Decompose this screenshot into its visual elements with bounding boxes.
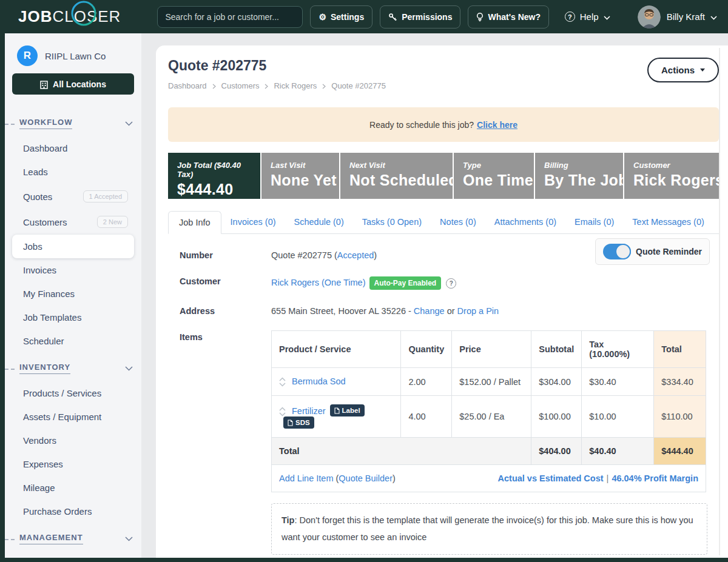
app-logo: JOBCLOSER xyxy=(18,7,121,26)
customer-row: Customer Rick Rogers (One Time)Auto-Pay … xyxy=(168,275,719,290)
address-text: 655 Main Street, Hoover AL 35226 - xyxy=(271,306,414,316)
item-price: $25.00 / Ea xyxy=(452,396,531,438)
stat-value: One Time xyxy=(463,172,525,189)
separator: | xyxy=(604,473,612,483)
app-layout: R RIIPL Lawn Co All Locations WORKFLOW D… xyxy=(5,33,728,558)
customer-link[interactable]: Rick Rogers (One Time) xyxy=(271,278,366,287)
all-locations-button[interactable]: All Locations xyxy=(12,73,134,95)
sidebar-item-job-templates[interactable]: Job Templates xyxy=(12,306,134,329)
total-row: Total $404.00 $40.40 $444.40 xyxy=(272,438,706,465)
whats-new-button[interactable]: What's New? xyxy=(468,5,549,28)
search-input[interactable] xyxy=(157,6,303,28)
add-line-item-link[interactable]: Add Line Item xyxy=(279,473,333,483)
actions-button[interactable]: Actions xyxy=(647,58,719,82)
banner-click-here-link[interactable]: Click here xyxy=(477,120,517,130)
item-tax: $30.40 xyxy=(582,368,654,396)
sidebar-item-products-services[interactable]: Products / Services xyxy=(12,381,134,405)
sidebar-item-leads[interactable]: Leads xyxy=(12,160,134,184)
tab-schedule[interactable]: Schedule (0) xyxy=(285,211,353,233)
sidebar-item-assets-equipment[interactable]: Assets / Equipment xyxy=(12,405,134,429)
stat-job-total: Job Total ($40.40 Tax) $444.40 xyxy=(168,153,260,199)
breadcrumb-rick-rogers[interactable]: Rick Rogers xyxy=(274,81,317,90)
tab-job-info[interactable]: Job Info xyxy=(168,211,221,234)
sidebar-item-scheduler[interactable]: Scheduler xyxy=(12,329,134,353)
cost-links-group: Actual vs Estimated Cost|46.04% Profit M… xyxy=(498,473,698,483)
breadcrumb: Dashboard Customers Rick Rogers Quote #2… xyxy=(168,81,386,90)
autopay-badge: Auto-Pay Enabled xyxy=(369,276,442,290)
tab-bar: Job Info Invoices (0) Schedule (0) Tasks… xyxy=(168,211,719,234)
item-fertilizer-link[interactable]: Fertilizer xyxy=(292,406,326,416)
address-row: Address 655 Main Street, Hoover AL 35226… xyxy=(168,304,719,316)
quotes-count-badge: 1 Accepted xyxy=(83,190,128,202)
sidebar-item-purchase-orders[interactable]: Purchase Orders xyxy=(12,500,134,523)
section-inventory[interactable]: INVENTORY xyxy=(5,363,133,374)
label-badge[interactable]: Label xyxy=(330,404,365,416)
sidebar-item-invoices[interactable]: Invoices xyxy=(12,258,134,282)
item-bermuda-sod-link[interactable]: Bermuda Sod xyxy=(292,376,346,386)
user-name: Billy Kraft xyxy=(667,12,705,22)
reorder-handle[interactable] xyxy=(279,377,286,387)
profit-margin-link[interactable]: 46.04% Profit Margin xyxy=(612,473,698,483)
sidebar-item-customers[interactable]: Customers2 New xyxy=(12,209,134,235)
col-quantity: Quantity xyxy=(401,331,452,368)
breadcrumb-dashboard[interactable]: Dashboard xyxy=(168,81,207,90)
scrollbar[interactable] xyxy=(719,48,720,555)
tab-invoices[interactable]: Invoices (0) xyxy=(221,211,285,233)
tab-tasks[interactable]: Tasks (0 Open) xyxy=(353,211,431,233)
stat-customer: Customer Rick Rogers xyxy=(624,153,719,199)
chevron-right-icon xyxy=(212,81,216,90)
paren: ( xyxy=(333,473,339,483)
help-icon: ? xyxy=(565,12,575,22)
section-workflow[interactable]: WORKFLOW xyxy=(5,118,133,129)
stat-label: Last Visit xyxy=(271,161,330,170)
chevron-right-icon xyxy=(322,81,326,90)
change-address-link[interactable]: Change xyxy=(414,306,445,316)
tab-attachments[interactable]: Attachments (0) xyxy=(485,211,565,233)
chevron-down-icon xyxy=(710,12,717,22)
help-menu[interactable]: ? Help xyxy=(565,12,610,22)
section-management[interactable]: MANAGEMENT xyxy=(5,533,133,544)
quote-reminder-toggle-card[interactable]: Quote Reminder xyxy=(595,238,710,265)
col-tax: Tax (10.000%) xyxy=(582,331,654,368)
items-table-header: Product / Service Quantity Price Subtota… xyxy=(272,331,706,368)
sidebar-item-mileage[interactable]: Mileage xyxy=(12,476,134,500)
drop-a-pin-link[interactable]: Drop a Pin xyxy=(457,306,499,316)
section-dashes xyxy=(5,539,15,540)
customers-count-badge: 2 New xyxy=(97,216,128,228)
app-logo-text: JOBCLOSER xyxy=(18,7,121,26)
sidebar-item-my-finances[interactable]: My Finances xyxy=(12,282,134,306)
avatar[interactable] xyxy=(638,5,661,28)
user-menu[interactable]: Billy Kraft xyxy=(667,12,717,22)
sidebar-item-jobs[interactable]: Jobs xyxy=(12,235,134,258)
breadcrumb-customers[interactable]: Customers xyxy=(221,81,260,90)
stat-label: Customer xyxy=(633,161,710,170)
section-label: MANAGEMENT xyxy=(19,533,83,544)
sidebar-item-expenses[interactable]: Expenses xyxy=(12,452,134,476)
sidebar-item-dashboard[interactable]: Dashboard xyxy=(12,136,134,160)
number-label: Number xyxy=(180,249,271,260)
sds-badge[interactable]: SDS xyxy=(283,416,314,429)
permissions-button[interactable]: Permissions xyxy=(380,5,460,28)
settings-button[interactable]: ⚙ Settings xyxy=(310,5,372,28)
tab-text-messages[interactable]: Text Messages (0) xyxy=(623,211,713,233)
quote-reminder-toggle[interactable] xyxy=(603,244,631,259)
reorder-handle[interactable] xyxy=(279,407,286,416)
question-circle-icon[interactable]: ? xyxy=(446,278,456,289)
tab-emails[interactable]: Emails (0) xyxy=(565,211,623,233)
page-title: Quote #202775 xyxy=(168,58,386,74)
stat-type: Type One Time xyxy=(454,153,534,199)
sidebar-item-quotes[interactable]: Quotes1 Accepted xyxy=(12,184,134,209)
item-quantity: 4.00 xyxy=(401,396,452,438)
accepted-link[interactable]: Accepted xyxy=(337,250,374,260)
chevron-right-icon xyxy=(265,81,268,90)
sidebar-item-vendors[interactable]: Vendors xyxy=(12,429,134,452)
address-or: or xyxy=(445,306,457,316)
address-value: 655 Main Street, Hoover AL 35226 - Chang… xyxy=(271,304,499,316)
chevron-down-icon xyxy=(125,363,133,374)
col-subtotal: Subtotal xyxy=(531,331,582,368)
quote-builder-link[interactable]: Quote Builder xyxy=(339,473,393,483)
actual-vs-estimated-link[interactable]: Actual vs Estimated Cost xyxy=(498,473,604,483)
tab-notes[interactable]: Notes (0) xyxy=(431,211,485,233)
items-table: Product / Service Quantity Price Subtota… xyxy=(271,330,706,492)
stat-last-visit: Last Visit None Yet xyxy=(261,153,339,199)
